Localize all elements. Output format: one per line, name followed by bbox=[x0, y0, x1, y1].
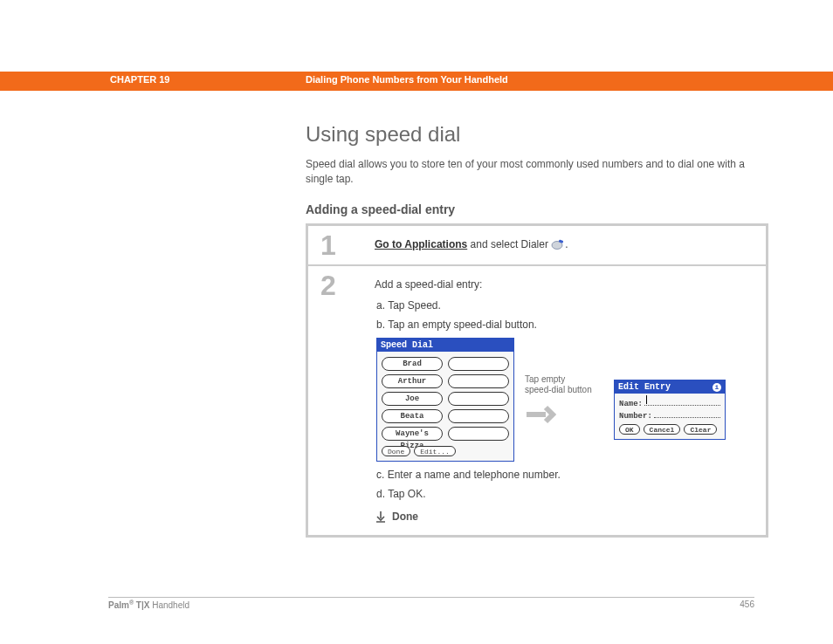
step1-text: and select Dialer bbox=[467, 238, 551, 250]
speed-dial-edit-button[interactable]: Edit... bbox=[414, 446, 456, 456]
number-input[interactable] bbox=[654, 409, 720, 418]
step2-b: b. Tap an empty speed-dial button. bbox=[376, 319, 752, 331]
speed-dial-entry[interactable]: Wayne's Pizza bbox=[382, 427, 443, 441]
ok-button[interactable]: OK bbox=[619, 424, 640, 435]
footer-product: Palm® T|X Handheld bbox=[108, 599, 189, 610]
speed-dial-entry[interactable]: Beata bbox=[382, 409, 443, 423]
callout-text: Tap empty speed-dial button bbox=[525, 374, 603, 395]
speed-dial-empty[interactable] bbox=[448, 427, 509, 441]
figure-area: Speed Dial Brad Arthur Joe Beata bbox=[376, 338, 752, 462]
applications-link[interactable]: Go to Applications bbox=[375, 238, 467, 250]
speed-dial-empty[interactable] bbox=[448, 392, 509, 406]
speed-dial-done-button[interactable]: Done bbox=[382, 446, 410, 456]
step-2: 2 Add a speed-dial entry: a. Tap Speed. … bbox=[308, 266, 766, 535]
section-subtitle: Adding a speed-dial entry bbox=[306, 202, 768, 216]
speed-dial-title: Speed Dial bbox=[377, 339, 513, 352]
number-label: Number: bbox=[619, 412, 652, 421]
speed-dial-empty[interactable] bbox=[448, 409, 509, 423]
step2-a: a. Tap Speed. bbox=[376, 299, 752, 312]
edit-entry-screenshot: Edit Entry i Name: Number: bbox=[614, 380, 726, 440]
speed-dial-empty[interactable] bbox=[448, 374, 509, 388]
step-body: Go to Applications and select Dialer . bbox=[369, 226, 766, 264]
speed-dial-entry[interactable]: Joe bbox=[382, 392, 443, 406]
step2-c: c. Enter a name and telephone number. bbox=[376, 469, 752, 481]
dialer-icon bbox=[551, 239, 565, 250]
edit-entry-title: Edit Entry i bbox=[615, 380, 725, 394]
header-bar: CHAPTER 19 Dialing Phone Numbers from Yo… bbox=[0, 72, 833, 91]
speed-dial-entry[interactable]: Brad bbox=[382, 357, 443, 371]
intro-text: Speed dial allows you to store ten of yo… bbox=[306, 157, 768, 187]
speed-dial-entry[interactable]: Arthur bbox=[382, 374, 443, 388]
steps-container: 1 Go to Applications and select Dialer .… bbox=[306, 223, 768, 538]
step2-d: d. Tap OK. bbox=[376, 488, 752, 500]
footer-page-number: 456 bbox=[740, 599, 754, 610]
step1-period: . bbox=[565, 238, 568, 250]
step-number: 1 bbox=[308, 226, 369, 264]
done-arrow-down-icon bbox=[375, 510, 387, 523]
speed-dial-screenshot: Speed Dial Brad Arthur Joe Beata bbox=[376, 338, 514, 462]
done-row: Done bbox=[375, 510, 752, 523]
step2-lead: Add a speed-dial entry: bbox=[375, 278, 752, 291]
page-title: Using speed dial bbox=[306, 122, 768, 147]
done-label: Done bbox=[392, 510, 418, 523]
header-chapter: CHAPTER 19 bbox=[110, 74, 169, 85]
step-number: 2 bbox=[308, 266, 369, 535]
main-content: Using speed dial Speed dial allows you t… bbox=[306, 122, 768, 538]
arrow-right-icon bbox=[525, 404, 558, 425]
name-label: Name: bbox=[619, 400, 643, 408]
step-1: 1 Go to Applications and select Dialer . bbox=[308, 226, 766, 266]
name-input[interactable] bbox=[644, 397, 720, 406]
footer: Palm® T|X Handheld 456 bbox=[108, 597, 754, 610]
step-body: Add a speed-dial entry: a. Tap Speed. b.… bbox=[369, 266, 766, 535]
clear-button[interactable]: Clear bbox=[684, 424, 717, 435]
header-title: Dialing Phone Numbers from Your Handheld bbox=[306, 74, 508, 85]
info-icon[interactable]: i bbox=[713, 383, 721, 392]
cancel-button[interactable]: Cancel bbox=[644, 424, 681, 435]
speed-dial-empty[interactable] bbox=[448, 357, 509, 371]
